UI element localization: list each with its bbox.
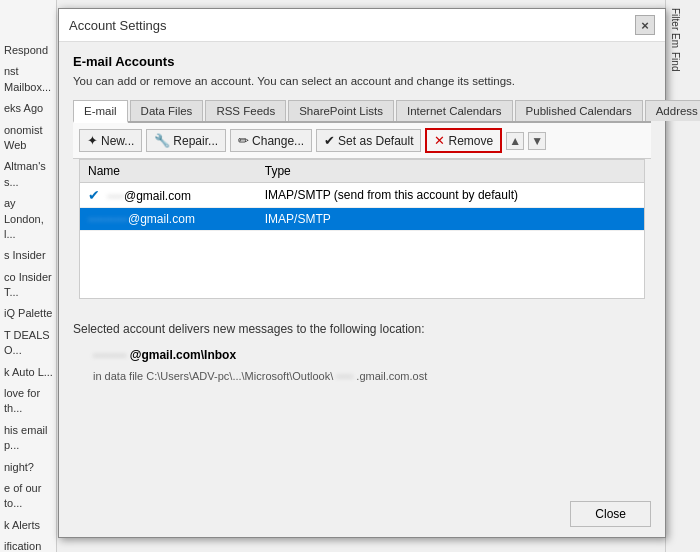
tab-data-files[interactable]: Data Files (130, 100, 204, 121)
data-file-path: in data file C:\Users\ADV-pc\...\Microso… (93, 370, 336, 382)
remove-button[interactable]: ✕ Remove (425, 128, 502, 153)
sidebar-love: love for th... (0, 383, 57, 420)
dialog-titlebar: Account Settings × (59, 9, 665, 42)
account-domain-2: @gmail.com (128, 212, 195, 226)
dialog-close-button[interactable]: × (635, 15, 655, 35)
sidebar-insider2: co Insider T... (0, 267, 57, 304)
remove-icon: ✕ (434, 133, 445, 148)
find-label: Find (670, 52, 681, 71)
close-dialog-button[interactable]: Close (570, 501, 651, 527)
account-name-cell-2: ············@gmail.com (80, 208, 257, 231)
table-row[interactable]: ✔ ·····@gmail.com IMAP/SMTP (send from t… (80, 183, 644, 208)
default-checkmark-icon: ✔ (88, 187, 100, 203)
sidebar-tools: e of our to... (0, 478, 57, 515)
repair-button[interactable]: 🔧 Repair... (146, 129, 226, 152)
move-down-button[interactable]: ▼ (528, 132, 546, 150)
sidebar-notif: ification fr... (0, 536, 57, 552)
sidebar-night: night? (0, 457, 57, 478)
set-default-label: Set as Default (338, 134, 413, 148)
checkmark-icon: ✔ (324, 133, 335, 148)
data-file-suffix: .gmail.com.ost (356, 370, 427, 382)
tab-address-books[interactable]: Address Books (645, 100, 700, 121)
data-file-blurred: ····· (336, 366, 353, 388)
change-icon: ✏ (238, 133, 249, 148)
sidebar-inbox: nst Mailbox... (0, 61, 57, 98)
tab-internet-calendars[interactable]: Internet Calendars (396, 100, 513, 121)
new-icon: ✦ (87, 133, 98, 148)
tab-email[interactable]: E-mail (73, 100, 128, 123)
dialog-title: Account Settings (69, 18, 167, 33)
sidebar-labels: Respond nst Mailbox... eks Ago onomist W… (0, 40, 57, 552)
account-settings-dialog: Account Settings × E-mail Accounts You c… (58, 8, 666, 538)
tab-sharepoint[interactable]: SharePoint Lists (288, 100, 394, 121)
change-label: Change... (252, 134, 304, 148)
sidebar-economist: onomist Web (0, 120, 57, 157)
account-domain-1: @gmail.com (124, 189, 191, 203)
new-label: New... (101, 134, 134, 148)
section-desc: You can add or remove an account. You ca… (73, 73, 651, 90)
up-icon: ▲ (509, 134, 521, 148)
tabs-container: E-mail Data Files RSS Feeds SharePoint L… (73, 100, 651, 123)
accounts-table: Name Type ✔ ·····@gmail.com IMAP/SMTP (s… (80, 160, 644, 231)
dialog-body: E-mail Accounts You can add or remove an… (59, 42, 665, 307)
sidebar-alerts: k Alerts (0, 515, 57, 536)
accounts-table-container: Name Type ✔ ·····@gmail.com IMAP/SMTP (s… (79, 159, 645, 299)
sidebar-respond: Respond (0, 40, 57, 61)
location-blurred: ·········· (93, 345, 126, 367)
footer-desc: Selected account delivers new messages t… (73, 319, 651, 341)
sidebar-weeks: eks Ago (0, 98, 57, 119)
sidebar-liq: iQ Palette (0, 303, 57, 324)
tab-published-calendars[interactable]: Published Calendars (515, 100, 643, 121)
section-title: E-mail Accounts (73, 54, 651, 69)
footer-location: ·········· @gmail.com\Inbox (73, 345, 651, 367)
footer-info: Selected account delivers new messages t… (59, 307, 665, 400)
footer-data-file: in data file C:\Users\ADV-pc\...\Microso… (73, 366, 651, 388)
col-header-type: Type (257, 160, 644, 183)
sidebar-insider: s Insider (0, 245, 57, 266)
down-icon: ▼ (531, 134, 543, 148)
dialog-footer: Close (570, 501, 651, 527)
sidebar-email: his email p... (0, 420, 57, 457)
sidebar-panel: Respond nst Mailbox... eks Ago onomist W… (0, 0, 57, 552)
account-name-blurred-2: ············ (88, 212, 128, 226)
right-panel: Filter Em Find (665, 0, 700, 552)
filter-label: Filter Em (670, 8, 681, 48)
accounts-toolbar: ✦ New... 🔧 Repair... ✏ Change... ✔ Set a… (73, 123, 651, 159)
account-name-blurred-1: ····· (107, 189, 124, 203)
col-header-name: Name (80, 160, 257, 183)
account-type-2: IMAP/SMTP (257, 208, 644, 231)
account-type-1: IMAP/SMTP (send from this account by def… (257, 183, 644, 208)
sidebar-altman: Altman's s... (0, 156, 57, 193)
new-button[interactable]: ✦ New... (79, 129, 142, 152)
remove-label: Remove (448, 134, 493, 148)
location-email: @gmail.com\Inbox (130, 348, 236, 362)
change-button[interactable]: ✏ Change... (230, 129, 312, 152)
account-name-cell-1: ✔ ·····@gmail.com (80, 183, 257, 208)
repair-icon: 🔧 (154, 133, 170, 148)
sidebar-london: ay London, l... (0, 193, 57, 245)
tab-rss-feeds[interactable]: RSS Feeds (205, 100, 286, 121)
move-up-button[interactable]: ▲ (506, 132, 524, 150)
sidebar-auto: k Auto L... (0, 362, 57, 383)
sidebar-deals: T DEALS O... (0, 325, 57, 362)
repair-label: Repair... (173, 134, 218, 148)
set-default-button[interactable]: ✔ Set as Default (316, 129, 421, 152)
table-row[interactable]: ············@gmail.com IMAP/SMTP (80, 208, 644, 231)
